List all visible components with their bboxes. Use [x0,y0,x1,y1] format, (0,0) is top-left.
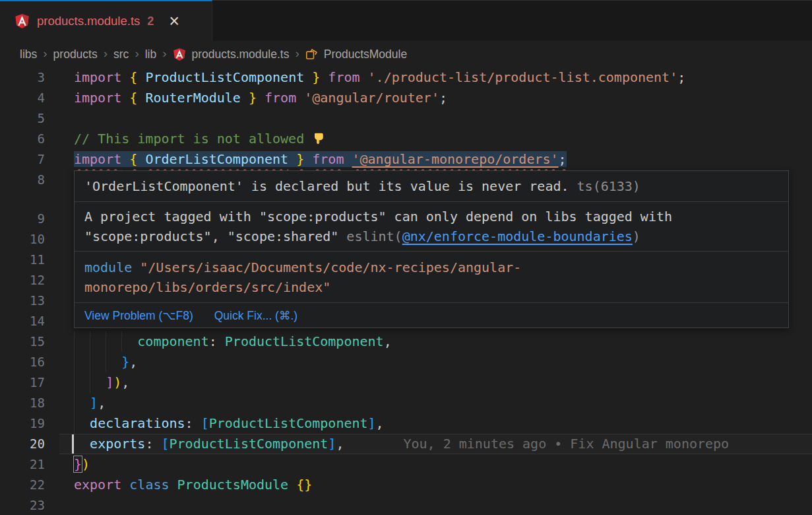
code-line-18[interactable]: 18 ], [0,393,812,413]
breadcrumb-item-libs[interactable]: libs [20,48,37,61]
line-number: 3 [0,67,59,88]
line-number: 8 [0,170,59,190]
token-pun: ; [559,151,567,167]
indent-guide [74,413,75,434]
token-type: ProductListComponent [170,436,328,452]
token-pun [304,69,312,85]
line-content: ], [59,393,812,413]
token-ws [74,395,90,411]
token-pun: : [185,415,201,431]
code-line-3[interactable]: 3import { ProductListComponent } from '.… [0,67,812,88]
token-pun: : [209,333,225,349]
indent-guide [90,331,90,352]
code-line-5[interactable]: 5 [0,108,812,129]
code-line-16[interactable]: 16 }, [0,352,812,372]
token-type: ProductsModule [177,477,289,493]
chevron-right-icon: › [295,46,299,61]
token-kw: from [328,69,359,85]
popup-action-bar: View Problem (⌥F8) Quick Fix... (⌘.) [75,303,788,328]
view-problem-button[interactable]: View Problem (⌥F8) [84,306,193,326]
matched-bracket: } [74,456,82,472]
token-b3: } [121,354,129,370]
token-pun [288,151,296,167]
indent-guide [74,393,75,413]
eslint-error-message-row: A project tagged with "scope:products" c… [75,202,788,251]
chevron-right-icon: › [104,46,108,61]
indent-guide [121,331,122,352]
token-type: ProductListComponent [209,415,368,431]
indent-guide [74,372,75,393]
code-line-19[interactable]: 19 declarations: [ProductListComponent], [0,413,812,434]
eslint-message-line2: "scope:products", "scope:shared" [84,228,346,244]
close-icon[interactable]: × [169,15,179,28]
token-b3: [ [161,436,169,452]
line-number: 4 [0,88,59,108]
token-pun: , [384,333,392,349]
line-number: 21 [0,454,59,475]
token-pun: , [376,415,384,431]
module-path-line2: monorepo/libs/orders/src/index" [84,279,330,295]
token-b3: ] [368,415,376,431]
token-b1: ) [82,456,90,472]
token-b3: ] [90,395,98,411]
code-line-22[interactable]: 22export class ProductsModule {} [0,475,812,495]
eslint-source-prefix: eslint( [346,228,402,244]
token-id: RouterModule [145,90,241,106]
token-ws [74,436,90,452]
code-line-17[interactable]: 17 ]), [0,372,812,393]
tab-error-count-badge: 2 [147,15,154,28]
code-line-15[interactable]: 15 component: ProductListComponent, [0,331,812,352]
token-b1: { [129,151,137,167]
code-line-20[interactable]: 20 exports: [ProductListComponent],You, … [0,434,812,454]
line-content: declarations: [ProductListComponent], [59,413,812,434]
token-kw: export [74,477,121,493]
token-pun: ; [677,69,685,85]
token-pun: ; [439,90,447,106]
token-type: component [137,333,208,349]
token-pun [344,151,352,167]
quick-fix-button[interactable]: Quick Fix... (⌘.) [214,306,297,326]
chevron-right-icon: › [135,46,139,61]
breadcrumb-item-symbol[interactable]: ProductsModule [324,48,407,61]
line-number: 10 [0,229,59,250]
tab-products-module[interactable]: products.module.ts 2 × [0,0,212,41]
token-pun [320,69,328,85]
line-number: 11 [0,250,59,270]
ts-error-message: 'OrderListComponent' is declared but its… [84,176,569,197]
token-b2: ] [106,374,113,390]
token-cmt: // This import is not allowed [74,131,312,147]
breadcrumb-item-products[interactable]: products [53,48,98,61]
breadcrumb-item-src[interactable]: src [113,48,129,61]
token-b1: } [312,69,320,85]
breadcrumb-item-file[interactable]: products.module.ts [192,48,290,61]
line-number: 20 [0,434,59,454]
angular-icon [173,48,186,61]
problem-hover-popup: 'OrderListComponent' is declared but its… [74,170,789,328]
breadcrumb-item-lib[interactable]: lib [145,48,157,61]
eslint-message-line1: A project tagged with "scope:products" c… [84,209,672,224]
token-pun: , [336,436,344,452]
line-number: 17 [0,372,59,393]
indent-guide [106,352,106,372]
code-line-23[interactable]: 23 [0,495,812,515]
code-line-4[interactable]: 4import { RouterModule } from '@angular/… [0,88,812,108]
eslint-rule-link[interactable]: @nx/enforce-module-boundaries [402,228,633,244]
line-number: 12 [0,270,59,291]
breadcrumb: libs › products › src › lib › products.m… [0,41,812,67]
code-line-7[interactable]: 7import { OrderListComponent } from '@an… [0,149,812,170]
token-type: ProductListComponent [225,333,384,349]
code-line-6[interactable]: 6// This import is not allowed [0,129,812,149]
code-line-21[interactable]: 21}) [0,454,812,475]
line-content: import { ProductListComponent } from './… [59,67,812,88]
token-kw: import [74,69,121,85]
token-b1: {} [296,477,312,493]
text-cursor [72,434,74,454]
chevron-right-icon: › [162,46,166,61]
angular-icon [15,13,30,29]
token-pun [137,151,145,167]
module-path-row: module "/Users/isaac/Documents/code/nx-r… [75,252,788,302]
token-pun [288,477,296,493]
line-number: 5 [0,108,59,129]
token-pun [121,477,129,493]
line-content [59,495,812,515]
